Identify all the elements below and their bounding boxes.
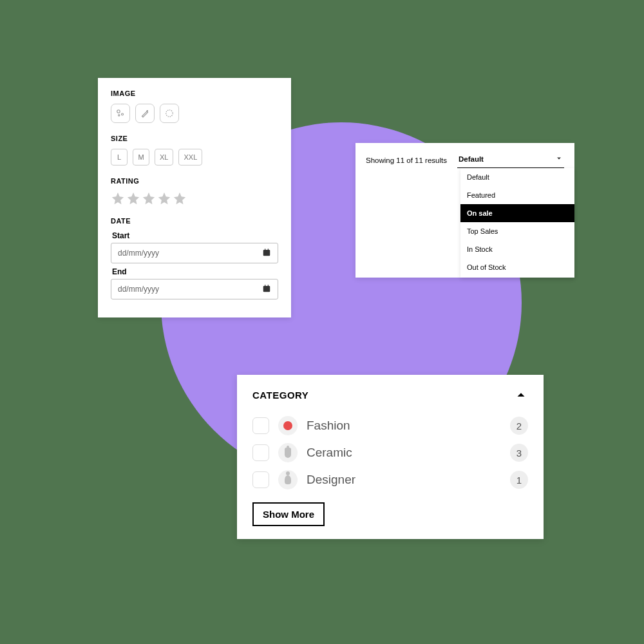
date-section: DATE Start dd/mm/yyyy End dd/mm/yyyy xyxy=(111,217,278,299)
svg-rect-10 xyxy=(265,285,265,286)
svg-point-3 xyxy=(147,111,148,112)
start-date-placeholder: dd/mm/yyyy xyxy=(118,249,159,258)
svg-rect-8 xyxy=(268,249,269,250)
sort-select[interactable]: Default xyxy=(457,152,564,168)
svg-point-1 xyxy=(122,113,124,115)
star-1-icon[interactable] xyxy=(111,191,125,205)
category-label[interactable]: Designer xyxy=(307,473,501,487)
end-date-input[interactable]: dd/mm/yyyy xyxy=(111,279,278,299)
svg-point-0 xyxy=(117,110,120,113)
sort-dropdown: Default Featured On sale Top Sales In St… xyxy=(460,168,574,278)
svg-rect-11 xyxy=(268,285,269,286)
checkbox-ceramic[interactable] xyxy=(252,444,269,461)
rating-section: RATING xyxy=(111,177,278,205)
vase-icon xyxy=(285,448,291,458)
svg-rect-9 xyxy=(263,285,270,291)
category-count: 1 xyxy=(510,471,528,489)
calendar-icon xyxy=(262,248,271,259)
calendar-icon xyxy=(262,284,271,295)
size-section: SIZE L M XL XXL xyxy=(111,135,278,166)
sort-panel: Showing 11 of 11 results Default Default… xyxy=(355,143,574,278)
results-text: Showing 11 of 11 results xyxy=(366,156,447,164)
category-row-fashion: Fashion 2 xyxy=(252,412,528,439)
checkbox-fashion[interactable] xyxy=(252,417,269,434)
category-row-designer: Designer 1 xyxy=(252,466,528,493)
show-more-button[interactable]: Show More xyxy=(252,502,325,526)
checkbox-designer[interactable] xyxy=(252,471,269,488)
image-title: IMAGE xyxy=(111,90,278,97)
image-option-1[interactable] xyxy=(111,104,130,123)
sort-option-out-of-stock[interactable]: Out of Stock xyxy=(460,258,574,276)
image-option-2[interactable] xyxy=(135,104,155,123)
svg-point-4 xyxy=(166,110,173,117)
image-option-3[interactable] xyxy=(160,104,179,123)
size-option-l[interactable]: L xyxy=(111,149,128,166)
svg-point-2 xyxy=(118,115,120,116)
size-option-xl[interactable]: XL xyxy=(155,149,173,166)
star-4-icon[interactable] xyxy=(157,191,171,205)
swatch-ceramic xyxy=(278,443,298,462)
chevron-down-icon xyxy=(555,155,563,164)
category-title: CATEGORY xyxy=(252,390,308,401)
image-section: IMAGE xyxy=(111,90,278,123)
dot-icon xyxy=(283,421,292,430)
filters-panel: IMAGE SIZE L M XL XXL RATING xyxy=(98,78,291,317)
size-title: SIZE xyxy=(111,135,278,142)
end-label: End xyxy=(112,267,278,276)
category-row-ceramic: Ceramic 3 xyxy=(252,439,528,466)
sort-option-top-sales[interactable]: Top Sales xyxy=(460,222,574,240)
category-label[interactable]: Fashion xyxy=(307,419,501,433)
start-label: Start xyxy=(112,231,278,240)
rating-stars xyxy=(111,191,278,205)
star-2-icon[interactable] xyxy=(126,191,140,205)
category-panel: CATEGORY Fashion 2 Ceramic 3 Designer 1 … xyxy=(237,375,544,539)
swatch-fashion xyxy=(278,416,298,435)
category-count: 2 xyxy=(510,417,528,435)
start-date-input[interactable]: dd/mm/yyyy xyxy=(111,243,278,263)
svg-rect-7 xyxy=(265,249,265,250)
rating-title: RATING xyxy=(111,177,278,185)
chevron-up-icon xyxy=(514,393,528,404)
size-option-xxl[interactable]: XXL xyxy=(178,149,202,166)
sort-option-on-sale[interactable]: On sale xyxy=(460,204,574,222)
swatch-designer xyxy=(278,470,298,489)
date-title: DATE xyxy=(111,217,278,225)
sort-selected-label: Default xyxy=(459,155,484,163)
end-date-placeholder: dd/mm/yyyy xyxy=(118,285,159,294)
category-count: 3 xyxy=(510,444,528,462)
sort-option-in-stock[interactable]: In Stock xyxy=(460,240,574,258)
collapse-toggle[interactable] xyxy=(514,388,528,402)
sort-option-featured[interactable]: Featured xyxy=(460,186,574,204)
category-label[interactable]: Ceramic xyxy=(307,446,501,460)
star-5-icon[interactable] xyxy=(173,191,187,205)
size-option-m[interactable]: M xyxy=(133,149,149,166)
size-options: L M XL XXL xyxy=(111,149,278,166)
star-3-icon[interactable] xyxy=(142,191,156,205)
sort-option-default[interactable]: Default xyxy=(460,168,574,186)
person-icon xyxy=(285,475,291,484)
